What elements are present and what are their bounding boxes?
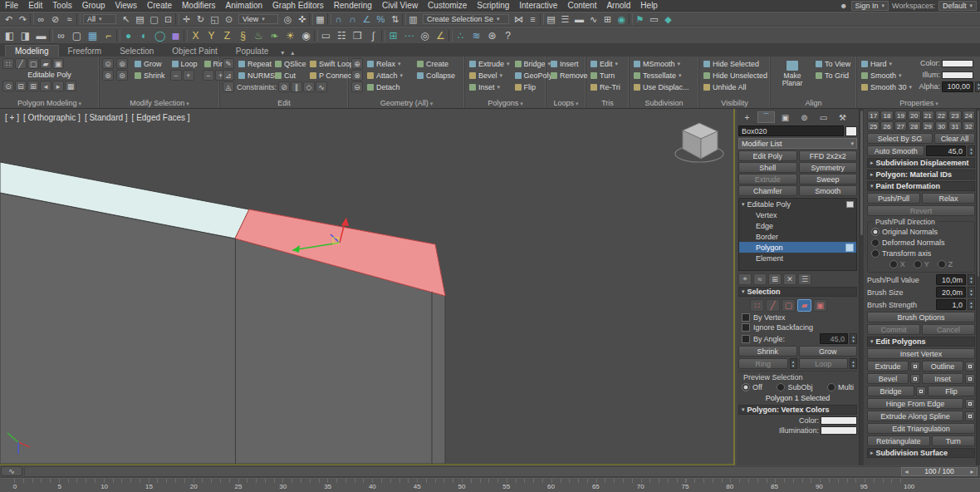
ignore-backfacing-checkbox[interactable]: Ignore Backfacing (738, 323, 857, 332)
ribbon-pane-icon[interactable]: ▬ (33, 28, 49, 42)
panel-label-align[interactable]: Align (773, 98, 854, 108)
paint-deformation-rollout-header[interactable]: Paint Deformation (867, 181, 975, 191)
smoothing-group-button[interactable]: 26 (880, 121, 893, 131)
snap-3d-icon[interactable]: ∩ (345, 13, 360, 26)
element-mode-icon[interactable]: ▣ (52, 58, 64, 69)
stack-item-border[interactable]: Border (739, 231, 856, 242)
push-pull-value-spinner[interactable] (968, 274, 975, 285)
auto-smooth-spinner[interactable] (968, 145, 975, 156)
menu-item[interactable]: Animation (221, 0, 267, 12)
tab-object-paint[interactable]: Object Paint (163, 46, 226, 57)
named-selection-sets-icon[interactable]: ▥ (406, 13, 420, 26)
selection-region-icon[interactable]: ▢ (147, 13, 161, 26)
sign-in-button[interactable]: Sign In (851, 1, 889, 11)
time-slider-handle[interactable]: ◄ 100 / 100 ► (901, 467, 978, 476)
viewport-canvas[interactable] (0, 109, 733, 464)
element-subobj-icon[interactable]: ▣ (813, 299, 827, 312)
camera-icon[interactable]: ◉ (298, 28, 314, 42)
collapse-stack-icon[interactable]: ⊟ (15, 81, 27, 91)
illum-swatch[interactable] (942, 71, 973, 79)
previous-mode-icon[interactable]: ◂ (40, 81, 51, 91)
extrude-settings-button[interactable] (910, 362, 920, 371)
named-selection-set-field[interactable]: Create Selection Se (423, 14, 509, 24)
smoothing-group-button[interactable]: 29 (922, 121, 934, 131)
relax-button[interactable]: Relax (365, 58, 414, 69)
alpha-spinner[interactable] (975, 81, 980, 92)
clear-all-button[interactable]: Clear All (934, 133, 975, 144)
bevel-button[interactable]: Bevel (468, 70, 512, 81)
smoothing-group-button[interactable]: 25 (867, 121, 880, 131)
axis-z-radio[interactable]: Z (938, 260, 953, 268)
particle-systems-icon[interactable]: ∴ (453, 28, 468, 42)
msmooth-button[interactable]: MSmooth (632, 58, 696, 69)
sphere-primitive-icon[interactable]: ● (120, 28, 136, 42)
menu-item[interactable]: Interactive (514, 0, 562, 12)
preview-off-radio[interactable]: Off (742, 383, 762, 391)
extrude-button[interactable]: Extrude (468, 58, 512, 69)
repeat-button[interactable]: Repeat (237, 58, 272, 69)
pin-stack-icon[interactable]: ⌖ (738, 273, 752, 285)
subdivision-displacement-rollout-header[interactable]: Subdivision Displacement (867, 158, 975, 168)
axis-y-radio[interactable]: Y (914, 260, 929, 268)
by-angle-checkbox[interactable]: By Angle: (738, 335, 785, 343)
remove-loop-button[interactable]: Remove (549, 70, 583, 81)
vertex-color-swatch[interactable] (821, 416, 857, 425)
make-planar-button[interactable]: Make Planar (773, 58, 811, 90)
container-icon[interactable]: ❒ (350, 28, 365, 42)
grow-selection-button[interactable]: Grow (799, 346, 858, 357)
tape-helper-icon[interactable]: ⌐ (100, 28, 116, 42)
menu-item[interactable]: Modifiers (177, 0, 221, 12)
modifier-list-dropdown[interactable]: Modifier List (738, 138, 857, 149)
cancel-button[interactable]: Cancel (922, 324, 975, 335)
panel-label-tris[interactable]: Tris (589, 98, 626, 108)
create-button[interactable]: Create (415, 58, 458, 69)
smoothing-group-button[interactable]: 24 (963, 111, 975, 121)
render-production-icon[interactable]: ◆ (661, 13, 675, 26)
stack-item-element[interactable]: Element (739, 253, 856, 263)
foliage-icon[interactable]: ❧ (267, 28, 282, 42)
helix-icon[interactable]: § (235, 28, 251, 42)
select-and-rotate-icon[interactable]: ↻ (194, 13, 208, 26)
inset-button[interactable]: Inset (468, 81, 512, 92)
smoothing-group-button[interactable]: 19 (894, 111, 907, 121)
workspace-selector[interactable]: Default (938, 1, 977, 11)
constraint-none-icon[interactable]: ⊘ (278, 81, 290, 92)
relax-paint-button[interactable]: Relax (922, 193, 975, 204)
bind-to-space-warp-icon[interactable]: ≈ (62, 13, 76, 26)
deformed-normals-radio[interactable]: Deformed Normals (871, 239, 971, 247)
extrude-mod-button[interactable]: Extrude (738, 174, 797, 184)
insert-vertex-button[interactable]: Insert Vertex (867, 348, 975, 359)
auto-smooth-button[interactable]: Auto Smooth (867, 145, 924, 156)
axis-constraint-y-icon[interactable]: Y (203, 28, 219, 42)
dummy-helper-icon[interactable]: ▢ (69, 28, 85, 42)
menu-item[interactable]: Scripting (472, 0, 514, 12)
select-by-name-icon[interactable]: ▤ (133, 13, 147, 26)
menu-item[interactable]: Content (562, 0, 601, 12)
scene-explorer-icon[interactable]: ▤ (544, 13, 558, 26)
bevel-ep-button[interactable]: Bevel (867, 373, 909, 384)
shell-button[interactable]: Shell (738, 162, 797, 173)
vertex-subobj-icon[interactable]: ∷ (750, 299, 764, 312)
space-warp-icon[interactable]: ≋ (468, 28, 484, 42)
panel-label-subdivision[interactable]: Subdivision (632, 98, 696, 108)
menu-item[interactable]: Group (77, 0, 110, 12)
use-displacement-button[interactable]: Use Displac... (632, 81, 696, 92)
curve-editor-icon[interactable]: ∿ (586, 13, 600, 26)
menu-item[interactable]: File (0, 0, 23, 12)
border-subobj-icon[interactable]: ▢ (782, 299, 796, 312)
snapshot-icon[interactable]: ◎ (417, 28, 433, 42)
edge-mode-icon[interactable]: ╱ (15, 58, 27, 69)
bridge-ep-button[interactable]: Bridge (867, 386, 914, 396)
torus-primitive-icon[interactable]: ◯ (152, 28, 168, 42)
menu-item[interactable]: Graph Editors (267, 0, 329, 12)
loop-spinner[interactable] (850, 358, 857, 369)
box-primitive-icon[interactable]: ◼ (168, 28, 184, 42)
layer-pane-icon[interactable]: ◨ (17, 28, 33, 42)
layers-stack-icon[interactable]: ☷ (334, 28, 350, 42)
similar-selection-icon[interactable]: ⊜ (116, 70, 128, 81)
sweep-button[interactable]: Sweep (799, 174, 858, 184)
select-and-scale-icon[interactable]: ◱ (208, 13, 222, 26)
preserve-uvs-icon[interactable]: ✎ (223, 58, 234, 69)
time-slider-track[interactable]: ◄ 100 / 100 ► (24, 466, 979, 477)
tab-freeform[interactable]: Freeform (59, 46, 111, 57)
